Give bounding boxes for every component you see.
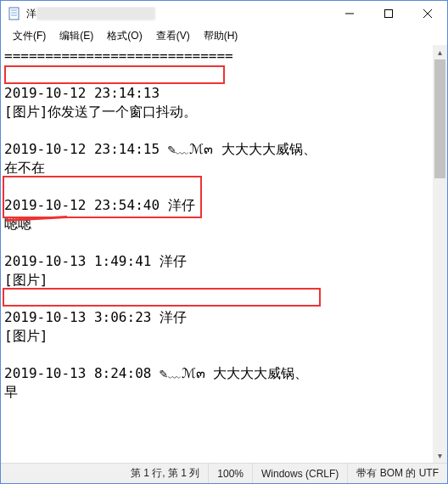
close-button[interactable] [408, 1, 447, 26]
menu-help[interactable]: 帮助(H) [197, 27, 245, 45]
status-encoding: 带有 BOM 的 UTF [348, 464, 447, 483]
menu-format[interactable]: 格式(O) [100, 27, 148, 45]
status-zoom: 100% [209, 464, 253, 483]
svg-rect-0 [9, 8, 19, 20]
window-title: 洋 [26, 7, 330, 21]
app-icon [8, 7, 21, 20]
menu-edit[interactable]: 编辑(E) [53, 27, 100, 45]
scroll-down-button[interactable]: ▾ [433, 448, 447, 463]
menubar: 文件(F) 编辑(E) 格式(O) 查看(V) 帮助(H) [1, 26, 447, 45]
vertical-scrollbar[interactable]: ▴ ▾ [433, 45, 447, 463]
minimize-button[interactable] [330, 1, 369, 26]
text-content[interactable]: ============================ 2019-10-12 … [1, 45, 433, 463]
titlebar: 洋 [1, 1, 447, 26]
statusbar: 第 1 行, 第 1 列 100% Windows (CRLF) 带有 BOM … [1, 463, 447, 483]
scroll-up-button[interactable]: ▴ [433, 45, 447, 59]
maximize-button[interactable] [369, 1, 408, 26]
menu-view[interactable]: 查看(V) [149, 27, 197, 45]
svg-rect-5 [385, 10, 393, 18]
status-position: 第 1 行, 第 1 列 [122, 464, 209, 483]
scroll-thumb[interactable] [434, 59, 445, 178]
editor-area: ============================ 2019-10-12 … [1, 45, 447, 463]
menu-file[interactable]: 文件(F) [6, 27, 53, 45]
window-controls [330, 1, 447, 26]
status-line-ending: Windows (CRLF) [253, 464, 348, 483]
